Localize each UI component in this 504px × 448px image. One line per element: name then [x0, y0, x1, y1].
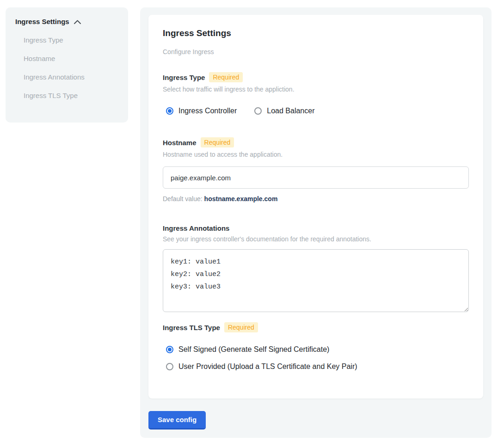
sidebar-group-header[interactable]: Ingress Settings — [15, 18, 119, 25]
sidebar-item-ingress-type[interactable]: Ingress Type — [24, 36, 119, 44]
radio-label: User Provided (Upload a TLS Certificate … — [178, 362, 357, 371]
radio-user-provided[interactable]: User Provided (Upload a TLS Certificate … — [166, 362, 469, 371]
radio-icon — [166, 363, 173, 370]
section-ingress-tls-type: Ingress TLS Type Required Self Signed (G… — [163, 322, 469, 371]
save-config-button[interactable]: Save config — [148, 411, 206, 430]
radio-icon — [254, 107, 262, 115]
required-badge: Required — [209, 72, 243, 82]
default-value-prefix: Default value: — [163, 195, 203, 203]
ingress-type-label: Ingress Type — [163, 74, 205, 81]
annotations-textarea[interactable]: key1: value1 key2: value2 key3: value3 — [163, 249, 469, 312]
page-subtitle: Configure Ingress — [163, 48, 469, 55]
radio-label: Load Balancer — [267, 107, 314, 115]
tls-type-options: Self Signed (Generate Self Signed Certif… — [163, 345, 469, 371]
sidebar: Ingress Settings Ingress Type Hostname I… — [6, 7, 128, 123]
sidebar-item-hostname[interactable]: Hostname — [24, 55, 119, 62]
radio-icon — [166, 346, 173, 353]
required-badge: Required — [201, 137, 234, 147]
hostname-help: Hostname used to access the application. — [163, 151, 469, 158]
sidebar-nav: Ingress Type Hostname Ingress Annotation… — [15, 36, 119, 99]
chevron-up-icon — [74, 19, 81, 25]
tls-type-label: Ingress TLS Type — [163, 324, 220, 331]
radio-self-signed[interactable]: Self Signed (Generate Self Signed Certif… — [166, 345, 469, 354]
default-value-text: hostname.example.com — [204, 195, 278, 203]
section-ingress-annotations: Ingress Annotations See your ingress con… — [163, 224, 469, 312]
radio-load-balancer[interactable]: Load Balancer — [254, 107, 314, 115]
hostname-input[interactable] — [163, 166, 469, 189]
config-card: Ingress Settings Configure Ingress Ingre… — [148, 15, 483, 399]
section-ingress-type: Ingress Type Required Select how traffic… — [163, 72, 469, 115]
ingress-type-options: Ingress Controller Load Balancer — [163, 107, 469, 115]
hostname-label: Hostname — [163, 139, 197, 147]
radio-label: Self Signed (Generate Self Signed Certif… — [178, 345, 329, 354]
section-hostname: Hostname Required Hostname used to acces… — [163, 137, 469, 203]
sidebar-item-ingress-tls-type[interactable]: Ingress TLS Type — [24, 92, 119, 99]
annotations-label: Ingress Annotations — [163, 224, 229, 232]
radio-label: Ingress Controller — [178, 107, 237, 115]
radio-ingress-controller[interactable]: Ingress Controller — [166, 107, 237, 115]
annotations-help: See your ingress controller's documentat… — [163, 235, 469, 243]
sidebar-group-label: Ingress Settings — [15, 18, 69, 25]
ingress-type-help: Select how traffic will ingress to the a… — [163, 86, 469, 93]
page-title: Ingress Settings — [163, 28, 469, 38]
hostname-default-line: Default value:hostname.example.com — [163, 195, 469, 203]
sidebar-item-ingress-annotations[interactable]: Ingress Annotations — [24, 73, 119, 81]
required-badge: Required — [224, 322, 258, 332]
radio-icon — [166, 107, 173, 115]
config-panel: Ingress Settings Configure Ingress Ingre… — [140, 7, 492, 438]
